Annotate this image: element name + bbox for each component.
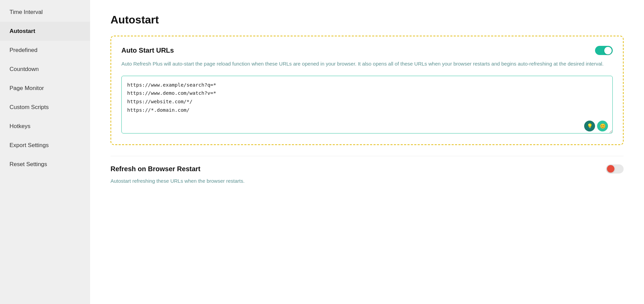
refresh-on-restart-toggle-wrap <box>606 164 624 174</box>
sidebar-item-time-interval[interactable]: Time Interval <box>0 3 90 22</box>
sidebar-item-predefined[interactable]: Predefined <box>0 41 90 60</box>
refresh-on-restart-section: Refresh on Browser Restart Autostart ref… <box>111 156 624 194</box>
sidebar-item-autostart[interactable]: Autostart <box>0 22 90 41</box>
textarea-icon-smile[interactable]: 😊 <box>597 121 608 131</box>
auto-start-urls-toggle-wrap <box>595 46 613 55</box>
refresh-on-restart-toggle-knob <box>607 165 614 173</box>
sidebar-item-custom-scripts[interactable]: Custom Scripts <box>0 98 90 117</box>
textarea-icons: 💡 😊 <box>584 121 608 131</box>
main-content: Autostart Auto Start URLs Auto Refresh P… <box>90 0 644 304</box>
auto-start-urls-description: Auto Refresh Plus will auto-start the pa… <box>121 60 613 68</box>
auto-start-urls-header: Auto Start URLs <box>121 46 613 55</box>
refresh-on-restart-description: Autostart refreshing these URLs when the… <box>111 177 624 185</box>
auto-start-urls-toggle[interactable] <box>595 46 613 55</box>
auto-start-urls-card: Auto Start URLs Auto Refresh Plus will a… <box>111 36 624 145</box>
sidebar: Time Interval Autostart Predefined Count… <box>0 0 90 304</box>
refresh-on-restart-header: Refresh on Browser Restart <box>111 164 624 174</box>
sidebar-item-hotkeys[interactable]: Hotkeys <box>0 117 90 136</box>
refresh-on-restart-title: Refresh on Browser Restart <box>111 165 201 173</box>
sidebar-item-page-monitor[interactable]: Page Monitor <box>0 79 90 98</box>
textarea-icon-lightbulb[interactable]: 💡 <box>584 121 595 131</box>
sidebar-item-countdown[interactable]: Countdown <box>0 60 90 79</box>
auto-start-urls-toggle-knob <box>604 47 612 54</box>
sidebar-item-export-settings[interactable]: Export Settings <box>0 136 90 155</box>
auto-start-urls-title: Auto Start URLs <box>121 47 174 54</box>
sidebar-item-reset-settings[interactable]: Reset Settings <box>0 155 90 174</box>
url-textarea-wrap: 💡 😊 <box>121 76 613 135</box>
refresh-on-restart-toggle[interactable] <box>606 164 624 174</box>
page-title: Autostart <box>111 14 624 26</box>
url-textarea[interactable] <box>121 76 613 133</box>
